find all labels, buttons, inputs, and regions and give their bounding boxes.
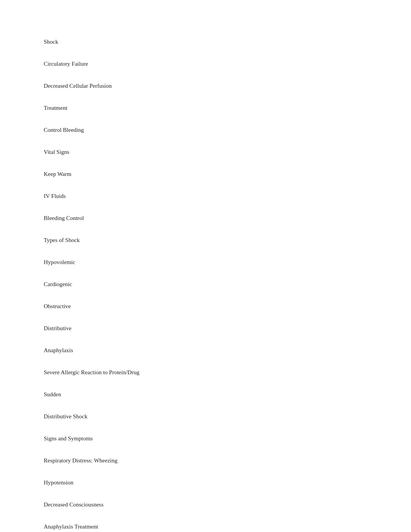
list-item-obstructive: Obstructive [44,295,411,317]
list-item-types-of-shock: Types of Shock [44,229,411,251]
list-item-bleeding-control: Bleeding Control [44,207,411,229]
list-item-severe-allergic-reaction: Severe Allergic Reaction to Protein/Drug [44,361,411,384]
list-item-keep-warm: Keep Warm [44,163,411,185]
list-item-signs-and-symptoms: Signs and Symptoms [44,428,411,450]
list-item-shock: Shock [44,31,411,53]
list-item-decreased-consciousness: Decreased Consciousness [44,494,411,516]
main-content: ShockCirculatory FailureDecreased Cellul… [0,0,411,532]
list-item-decreased-cellular-perfusion: Decreased Cellular Perfusion [44,75,411,97]
list-item-respiratory-distress: Respiratory Distress: Wheezing [44,450,411,472]
list-item-treatment: Treatment [44,97,411,119]
list-item-hypovolemic: Hypovolemic [44,251,411,273]
list-item-sudden: Sudden [44,384,411,406]
list-item-anaphylaxis-treatment: Anaphylaxis Treatment [44,516,411,532]
list-item-distributive: Distributive [44,317,411,339]
list-item-control-bleeding: Control Bleeding [44,119,411,141]
list-item-vital-signs: Vital Signs [44,141,411,163]
list-item-cardiogenic: Cardiogenic [44,273,411,295]
list-item-iv-fluids: IV Fluids [44,185,411,207]
list-item-anaphylaxis: Anaphylaxis [44,339,411,361]
list-item-circulatory-failure: Circulatory Failure [44,53,411,75]
list-item-hypotension: Hypotension [44,472,411,494]
list-item-distributive-shock: Distributive Shock [44,406,411,428]
